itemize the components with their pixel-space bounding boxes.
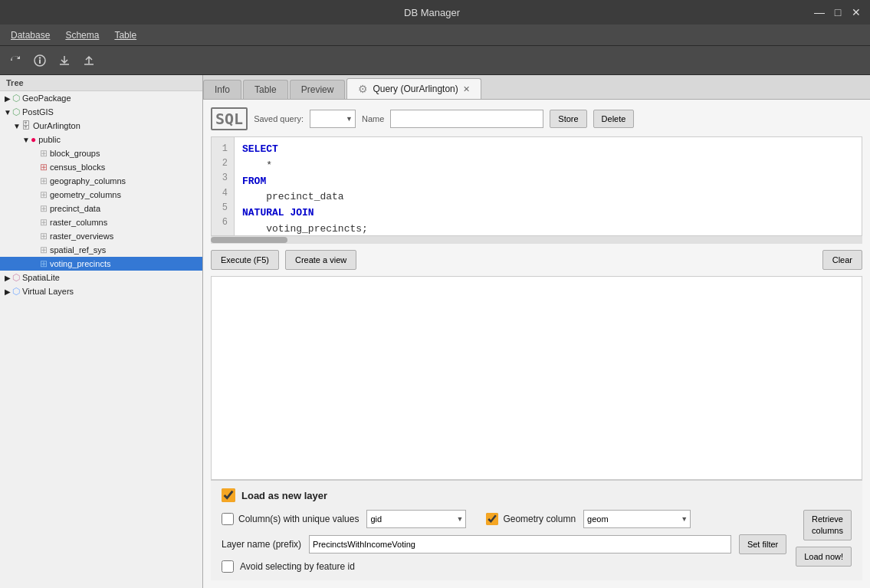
tab-table[interactable]: Table bbox=[243, 80, 288, 99]
tree-item-spatial-ref-sys[interactable]: ⊞ spatial_ref_sys bbox=[0, 243, 202, 257]
name-label: Name bbox=[362, 114, 384, 123]
col-unique-checkbox[interactable] bbox=[222, 513, 234, 525]
upload-button[interactable] bbox=[78, 50, 100, 71]
refresh-button[interactable] bbox=[5, 50, 26, 71]
load-row-2: Layer name (prefix) Set filter bbox=[222, 534, 786, 554]
query-area: SQL Saved query: ▼ Name Store Delete 1 2… bbox=[203, 100, 870, 588]
spatialite-icon: ⬡ bbox=[12, 272, 20, 283]
avoid-row: Avoid selecting by feature id bbox=[222, 560, 786, 573]
main-layout: Tree ▶ ⬡ GeoPackage ▼ ⬡ PostGIS ▼ 🗄 OurA… bbox=[0, 75, 870, 588]
load-row-1: Column(s) with unique values gid ▼ Geom bbox=[222, 510, 786, 528]
tab-info[interactable]: Info bbox=[203, 80, 241, 99]
tree-item-precinct-data[interactable]: ⊞ precinct_data bbox=[0, 202, 202, 215]
geopackage-icon: ⬡ bbox=[12, 93, 20, 103]
expand-virtual-layers: ▶ bbox=[3, 287, 12, 296]
create-view-button[interactable]: Create a view bbox=[285, 250, 356, 270]
tree-item-label: raster_overviews bbox=[50, 232, 113, 241]
code-editor[interactable]: 1 2 3 4 5 6 SELECT * FROM precinct_data … bbox=[211, 136, 862, 236]
close-button[interactable]: ✕ bbox=[849, 5, 864, 20]
execute-button[interactable]: Execute (F5) bbox=[211, 250, 279, 270]
tree-label: Tree bbox=[0, 75, 202, 91]
tree-item-census-blocks[interactable]: ⊞ census_blocks bbox=[0, 160, 202, 174]
expand-spatialite: ▶ bbox=[3, 274, 12, 282]
table-icon: ⊞ bbox=[40, 148, 48, 159]
tree-item-label: census_blocks bbox=[50, 163, 105, 172]
tree-item-raster-columns[interactable]: ⊞ raster_columns bbox=[0, 215, 202, 229]
tree-item-spatialite[interactable]: ▶ ⬡ SpatiaLite bbox=[0, 271, 202, 284]
horizontal-scrollbar[interactable] bbox=[211, 236, 862, 244]
tree-item-block-groups[interactable]: ⊞ block_groups bbox=[0, 146, 202, 160]
tree-item-label: geometry_columns bbox=[50, 190, 121, 199]
col-unique-label: Column(s) with unique values bbox=[238, 514, 359, 524]
expand-ourarlington: ▼ bbox=[12, 122, 21, 130]
geom-col-cb: Geometry column bbox=[486, 513, 576, 525]
download-button[interactable] bbox=[54, 50, 75, 71]
menu-table[interactable]: Table bbox=[107, 27, 144, 44]
layer-name-label: Layer name (prefix) bbox=[222, 539, 301, 550]
tree-item-raster-overviews[interactable]: ⊞ raster_overviews bbox=[0, 229, 202, 243]
saved-query-select[interactable] bbox=[310, 110, 356, 128]
code-line-5: NATURAL JOIN bbox=[242, 205, 854, 222]
layer-name-input[interactable] bbox=[309, 535, 731, 554]
geom-select-wrapper: geom ▼ bbox=[583, 510, 691, 528]
menu-bar: Database Schema Table bbox=[0, 25, 870, 46]
tree-item-label: PostGIS bbox=[22, 107, 54, 117]
table-icon: ⊞ bbox=[40, 231, 48, 241]
code-line-1: SELECT bbox=[242, 142, 854, 158]
window-controls: — □ ✕ bbox=[812, 5, 864, 20]
code-content[interactable]: SELECT * FROM precinct_data NATURAL JOIN… bbox=[235, 137, 862, 235]
store-button[interactable]: Store bbox=[550, 110, 586, 128]
tree-item-geometry-columns[interactable]: ⊞ geometry_columns bbox=[0, 188, 202, 202]
geom-select[interactable]: geom bbox=[583, 510, 691, 528]
delete-button[interactable]: Delete bbox=[593, 110, 635, 128]
minimize-button[interactable]: — bbox=[812, 5, 827, 20]
tree-item-label: public bbox=[38, 135, 61, 144]
tree-item-ourarlington[interactable]: ▼ 🗄 OurArlington bbox=[0, 119, 202, 133]
load-layer-header: Load as new layer bbox=[222, 488, 852, 502]
code-line-6: voting_precincts; bbox=[242, 222, 854, 235]
tree-item-label: OurArlington bbox=[33, 121, 80, 130]
col-unique-select[interactable]: gid bbox=[366, 510, 466, 528]
expand-geopackage: ▶ bbox=[3, 94, 12, 103]
content-panel: Info Table Preview ⚙ Query (OurArlington… bbox=[203, 75, 870, 588]
tree-item-postgis[interactable]: ▼ ⬡ PostGIS bbox=[0, 105, 202, 119]
tab-query-label: Query (OurArlington) bbox=[373, 84, 458, 94]
load-layer-checkbox[interactable] bbox=[222, 488, 235, 502]
clear-button[interactable]: Clear bbox=[822, 250, 862, 270]
tab-table-label: Table bbox=[254, 84, 277, 95]
tree-item-geography-columns[interactable]: ⊞ geography_columns bbox=[0, 174, 202, 188]
maximize-button[interactable]: □ bbox=[830, 5, 845, 20]
tree-item-label: voting_precincts bbox=[50, 259, 111, 268]
tab-close-button[interactable]: ✕ bbox=[463, 84, 470, 94]
tab-preview[interactable]: Preview bbox=[290, 80, 346, 99]
code-line-2: * bbox=[242, 158, 854, 174]
tab-query[interactable]: ⚙ Query (OurArlington) ✕ bbox=[346, 78, 481, 99]
retrieve-columns-button[interactable]: Retrievecolumns bbox=[803, 510, 852, 540]
scroll-thumb[interactable] bbox=[211, 237, 287, 243]
upload-icon bbox=[82, 54, 96, 67]
load-now-button[interactable]: Load now! bbox=[796, 547, 852, 567]
tree-item-public[interactable]: ▼ ● public bbox=[0, 133, 202, 146]
query-name-input[interactable] bbox=[390, 110, 543, 128]
tree-item-label: SpatiaLite bbox=[22, 273, 60, 282]
menu-database[interactable]: Database bbox=[3, 27, 57, 44]
table-icon: ⊞ bbox=[40, 176, 48, 186]
geom-col-checkbox[interactable] bbox=[486, 513, 498, 525]
tree-item-virtual-layers[interactable]: ▶ ⬡ Virtual Layers bbox=[0, 284, 202, 298]
info-button[interactable] bbox=[29, 50, 51, 71]
table-icon: ⊞ bbox=[40, 203, 48, 214]
saved-query-dropdown-wrapper: ▼ bbox=[310, 110, 356, 128]
tree-item-geopackage[interactable]: ▶ ⬡ GeoPackage bbox=[0, 91, 202, 105]
line-numbers: 1 2 3 4 5 6 bbox=[212, 137, 235, 235]
set-filter-button[interactable]: Set filter bbox=[739, 534, 786, 554]
tree-item-voting-precincts[interactable]: ⊞ voting_precincts bbox=[0, 257, 202, 271]
tab-bar: Info Table Preview ⚙ Query (OurArlington… bbox=[203, 75, 870, 100]
table-icon: ⊞ bbox=[40, 245, 48, 255]
avoid-checkbox[interactable] bbox=[222, 560, 234, 573]
app-title: DB Manager bbox=[52, 7, 812, 18]
virtual-icon: ⬡ bbox=[12, 286, 20, 297]
tree-item-label: geography_columns bbox=[50, 176, 126, 186]
query-icon: ⚙ bbox=[358, 83, 368, 95]
action-left: Execute (F5) Create a view bbox=[211, 250, 356, 270]
menu-schema[interactable]: Schema bbox=[57, 27, 107, 44]
